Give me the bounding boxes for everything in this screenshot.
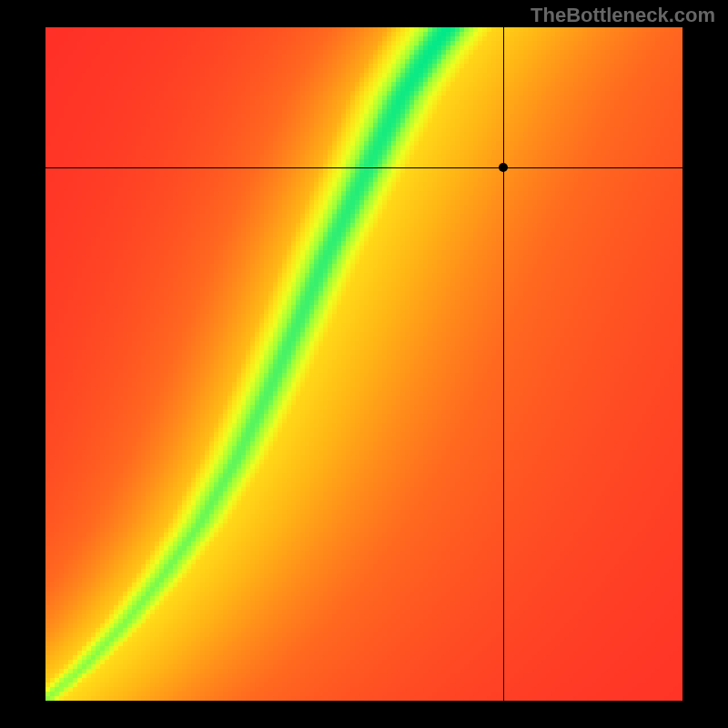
heatmap-canvas	[46, 27, 682, 701]
crosshair-vertical	[503, 27, 504, 701]
heatmap-plot	[46, 27, 682, 701]
marker-dot	[499, 163, 508, 172]
watermark-text: TheBottleneck.com	[531, 4, 715, 27]
crosshair-horizontal	[46, 167, 682, 168]
